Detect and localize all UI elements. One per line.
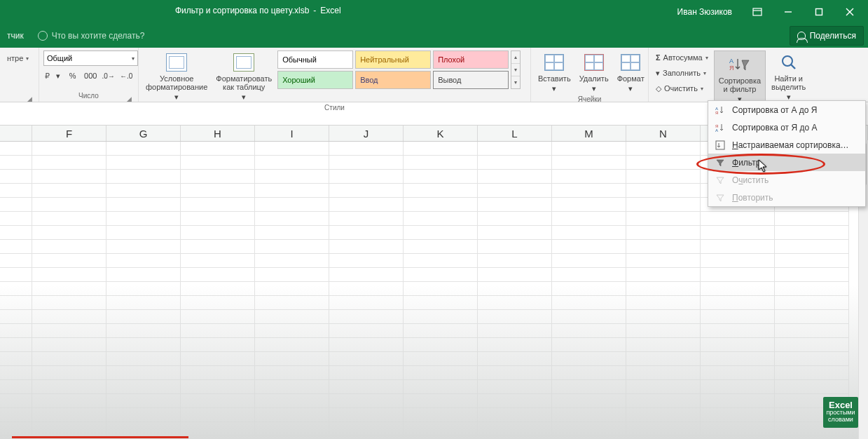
grid-row[interactable]: [0, 226, 868, 240]
cell[interactable]: [106, 142, 181, 156]
cell[interactable]: [32, 226, 106, 240]
cell[interactable]: [626, 408, 701, 422]
cell[interactable]: [626, 212, 701, 226]
col-header[interactable]: F: [32, 126, 106, 141]
cell[interactable]: [701, 212, 775, 226]
cell[interactable]: [701, 394, 775, 408]
cell[interactable]: [775, 436, 849, 439]
cell[interactable]: [32, 380, 106, 394]
cell[interactable]: [701, 366, 775, 380]
cell[interactable]: [0, 380, 32, 394]
style-bad[interactable]: Плохой: [433, 50, 509, 69]
cell[interactable]: [329, 408, 404, 422]
cell[interactable]: [626, 142, 701, 156]
cell[interactable]: [106, 296, 181, 310]
cell[interactable]: [0, 282, 32, 296]
cell[interactable]: [32, 240, 106, 254]
cell[interactable]: [552, 156, 626, 170]
cell[interactable]: [552, 380, 626, 394]
tab-developer-partial[interactable]: тчик: [0, 24, 31, 48]
cell[interactable]: [0, 296, 32, 310]
cell[interactable]: [0, 184, 32, 198]
cell[interactable]: [255, 170, 329, 184]
cell[interactable]: [478, 310, 552, 324]
cell[interactable]: [106, 282, 181, 296]
cell[interactable]: [552, 366, 626, 380]
cell[interactable]: [255, 310, 329, 324]
cell[interactable]: [478, 142, 552, 156]
cell[interactable]: [0, 142, 32, 156]
cell[interactable]: [329, 422, 404, 436]
cell[interactable]: [626, 324, 701, 338]
cell[interactable]: [329, 366, 404, 380]
cell[interactable]: [32, 324, 106, 338]
cell[interactable]: [404, 268, 478, 282]
cell[interactable]: [32, 408, 106, 422]
cell[interactable]: [478, 394, 552, 408]
cell[interactable]: [181, 380, 255, 394]
cell[interactable]: [106, 408, 181, 422]
cell[interactable]: [181, 212, 255, 226]
cell[interactable]: [626, 436, 701, 439]
cell[interactable]: [106, 226, 181, 240]
cell[interactable]: [329, 142, 404, 156]
cell[interactable]: [701, 226, 775, 240]
cell[interactable]: [32, 156, 106, 170]
cell[interactable]: [626, 156, 701, 170]
cell[interactable]: [255, 352, 329, 366]
cell[interactable]: [255, 282, 329, 296]
cell[interactable]: [701, 282, 775, 296]
cell[interactable]: [404, 296, 478, 310]
cell[interactable]: [478, 352, 552, 366]
grid-row[interactable]: [0, 394, 868, 408]
grid-row[interactable]: [0, 282, 868, 296]
cell[interactable]: [0, 170, 32, 184]
cell[interactable]: [32, 170, 106, 184]
col-header[interactable]: H: [181, 126, 255, 141]
dialog-launcher-icon[interactable]: ◢: [125, 93, 132, 100]
cell[interactable]: [552, 254, 626, 268]
fill-button[interactable]: ▾Заполнить▾: [653, 66, 711, 80]
cell[interactable]: [181, 156, 255, 170]
cell[interactable]: [775, 240, 849, 254]
cell[interactable]: [404, 422, 478, 436]
cell[interactable]: [181, 198, 255, 212]
cell[interactable]: [404, 156, 478, 170]
grid-row[interactable]: [0, 380, 868, 394]
find-select-button[interactable]: Найти и выделить▾: [769, 50, 808, 102]
cell[interactable]: [404, 240, 478, 254]
cell[interactable]: [552, 240, 626, 254]
cell[interactable]: [701, 268, 775, 282]
cell[interactable]: [626, 254, 701, 268]
cell[interactable]: [626, 268, 701, 282]
cell[interactable]: [255, 254, 329, 268]
cell[interactable]: [0, 422, 32, 436]
cell[interactable]: [701, 310, 775, 324]
cell[interactable]: [478, 282, 552, 296]
cell[interactable]: [32, 198, 106, 212]
cell[interactable]: [552, 422, 626, 436]
cell[interactable]: [329, 338, 404, 352]
cell[interactable]: [0, 310, 32, 324]
cell[interactable]: [181, 282, 255, 296]
cell[interactable]: [255, 296, 329, 310]
cell[interactable]: [106, 212, 181, 226]
delete-cells-button[interactable]: Удалить▾: [577, 50, 612, 94]
clear-button[interactable]: ◇Очистить▾: [653, 81, 711, 95]
cell[interactable]: [0, 156, 32, 170]
gallery-more-icon[interactable]: ▾: [511, 76, 520, 88]
cell[interactable]: [701, 240, 775, 254]
minimize-button[interactable]: [773, 0, 804, 24]
grid-row[interactable]: [0, 408, 868, 422]
cell[interactable]: [552, 142, 626, 156]
cell[interactable]: [181, 408, 255, 422]
grid-row[interactable]: [0, 422, 868, 436]
cell[interactable]: [404, 352, 478, 366]
cell[interactable]: [329, 156, 404, 170]
cell[interactable]: [404, 436, 478, 439]
cell[interactable]: [0, 212, 32, 226]
cell[interactable]: [404, 408, 478, 422]
cell[interactable]: [32, 268, 106, 282]
format-cells-button[interactable]: Формат▾: [614, 50, 647, 94]
cell[interactable]: [404, 170, 478, 184]
